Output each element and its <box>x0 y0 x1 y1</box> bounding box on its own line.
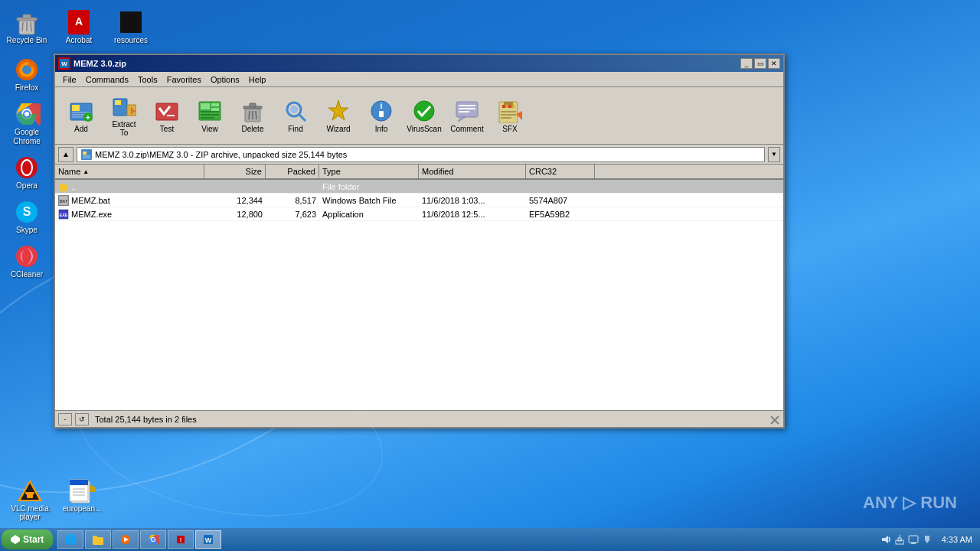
table-row[interactable]: .. File folder <box>55 180 783 194</box>
desktop-icon-skype[interactable]: S Skype <box>3 196 51 237</box>
desktop-icon-google-chrome[interactable]: Google Chrome <box>3 98 51 148</box>
toolbar-find-button[interactable]: Find <box>276 91 315 141</box>
file-crc: EF5A59B2 <box>526 209 595 220</box>
status-btn-2[interactable]: ↺ <box>75 413 89 425</box>
menu-help[interactable]: Help <box>244 73 271 86</box>
toolbar-wizard-button[interactable]: Wizard <box>318 91 358 141</box>
toolbar-virusscan-button[interactable]: VirusScan <box>404 91 444 141</box>
taskbar-item-folder[interactable] <box>85 530 111 549</box>
desktop-icon-label: Skype <box>16 226 38 235</box>
desktop: Recycle Bin A Acrobat resources <box>0 0 980 551</box>
table-row[interactable]: EXE MEMZ.exe 12,800 7,623 Application 11… <box>55 207 783 221</box>
minimize-button[interactable]: _ <box>740 58 753 69</box>
svg-rect-72 <box>459 111 469 112</box>
svg-rect-70 <box>459 105 475 106</box>
desktop-icon-firefox[interactable]: Firefox <box>3 54 51 95</box>
desktop-icon-vlc[interactable]: VLC media player <box>7 477 53 521</box>
svg-rect-82 <box>501 117 511 119</box>
taskbar-item-chrome[interactable] <box>140 530 166 549</box>
address-field: MEMZ 3.0.zip\MEMZ 3.0 - ZIP archive, unp… <box>77 147 765 162</box>
file-packed: 8,517 <box>266 195 319 206</box>
taskbar: Start <box>0 528 980 551</box>
desktop-icon-label: Opera <box>16 181 38 191</box>
col-header-name[interactable]: Name ▲ <box>55 165 204 178</box>
file-packed <box>266 186 319 187</box>
window-controls: _ ▭ ✕ <box>740 58 780 69</box>
taskbar-item-security[interactable]: ! <box>168 530 194 549</box>
file-crc <box>526 186 595 187</box>
svg-marker-64 <box>328 100 348 120</box>
file-name: MEMZ.exe <box>71 210 112 219</box>
svg-rect-85 <box>83 152 87 155</box>
resources-icon <box>117 8 145 36</box>
svg-text:BAT: BAT <box>60 198 68 203</box>
file-name: MEMZ.bat <box>71 196 110 205</box>
view-button-label: View <box>201 125 218 133</box>
col-header-type[interactable]: Type <box>319 165 419 178</box>
desktop-icon-european[interactable]: european... <box>59 477 105 521</box>
toolbar-sfx-button[interactable]: SFX <box>490 91 530 141</box>
find-icon <box>283 99 308 123</box>
test-icon <box>155 99 179 123</box>
svg-text:W: W <box>205 536 212 544</box>
svg-text:!: ! <box>180 536 182 543</box>
close-button[interactable]: ✕ <box>768 58 780 69</box>
start-button[interactable]: Start <box>2 530 53 549</box>
file-packed: 7,623 <box>266 209 319 220</box>
toolbar-delete-button[interactable]: Delete <box>233 91 273 141</box>
file-size: 12,344 <box>204 195 266 206</box>
svg-rect-8 <box>120 11 142 33</box>
address-up-button[interactable]: ▲ <box>58 147 74 162</box>
desktop-icon-recycle-bin[interactable]: Recycle Bin <box>3 6 51 47</box>
status-bar: - ↺ Total 25,144 bytes in 2 files <box>55 410 783 427</box>
address-bar: ▲ MEMZ 3.0.zip\MEMZ 3.0 - ZIP archive, u… <box>55 145 783 165</box>
status-right <box>768 413 780 425</box>
desktop-icon-resources[interactable]: resources <box>107 6 155 47</box>
col-header-packed[interactable]: Packed <box>266 165 319 178</box>
desktop-icon-label: Firefox <box>15 83 39 93</box>
taskbar-item-ie[interactable] <box>57 530 83 549</box>
recycle-bin-icon <box>13 8 41 36</box>
address-dropdown-button[interactable]: ▼ <box>768 147 780 162</box>
menu-favorites[interactable]: Favorites <box>162 73 206 86</box>
title-bar-left: W MEMZ 3.0.zip <box>58 57 126 70</box>
info-button-label: Info <box>375 125 388 133</box>
desktop-icon-ccleaner[interactable]: CCleaner <box>3 240 51 282</box>
col-header-crc32[interactable]: CRC32 <box>526 165 595 178</box>
col-header-size[interactable]: Size <box>204 165 266 178</box>
svg-rect-101 <box>93 536 97 538</box>
menu-options[interactable]: Options <box>206 73 244 86</box>
menu-file[interactable]: File <box>58 73 81 86</box>
sort-arrow-icon: ▲ <box>83 168 89 175</box>
toolbar-view-button[interactable]: View <box>190 91 230 141</box>
svg-point-62 <box>290 106 298 113</box>
taskbar-item-media-player[interactable] <box>113 530 139 549</box>
status-btn-1[interactable]: - <box>58 413 72 425</box>
desktop-icon-opera[interactable]: Opera <box>3 152 51 193</box>
svg-rect-51 <box>211 108 219 111</box>
menu-tools[interactable]: Tools <box>133 73 162 86</box>
test-button-label: Test <box>160 125 174 133</box>
taskbar-item-winrar[interactable]: W <box>195 530 221 549</box>
sfx-button-label: SFX <box>502 125 517 133</box>
file-size <box>204 186 266 187</box>
status-text: Total 25,144 bytes in 2 files <box>89 415 768 424</box>
toolbar-extract-to-button[interactable]: Extract To <box>104 91 144 141</box>
toolbar-comment-button[interactable]: Comment <box>447 91 487 141</box>
toolbar-test-button[interactable]: Test <box>147 91 187 141</box>
svg-point-20 <box>16 246 38 267</box>
file-size: 12,800 <box>204 209 266 220</box>
svg-rect-86 <box>83 155 90 157</box>
desktop-icons-bottom: VLC media player european... <box>4 474 108 524</box>
toolbar-info-button[interactable]: i Info <box>361 91 401 141</box>
table-row[interactable]: BAT MEMZ.bat 12,344 8,517 Windows Batch … <box>55 194 783 207</box>
bat-file-icon: BAT <box>58 195 69 206</box>
desktop-icon-label: VLC media player <box>7 504 53 521</box>
european-icon <box>68 477 96 504</box>
toolbar-add-button[interactable]: + Add <box>61 91 101 141</box>
col-header-modified[interactable]: Modified <box>419 165 526 178</box>
restore-button[interactable]: ▭ <box>754 58 766 69</box>
desktop-icon-acrobat[interactable]: A Acrobat <box>55 6 103 47</box>
svg-rect-49 <box>201 103 210 109</box>
menu-commands[interactable]: Commands <box>81 73 133 86</box>
